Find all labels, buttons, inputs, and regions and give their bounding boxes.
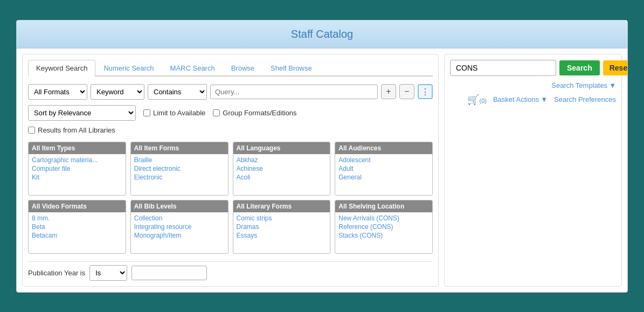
main-search-input[interactable] — [450, 60, 556, 76]
list-item[interactable]: Essays — [237, 231, 327, 240]
list-item[interactable]: Abkhaz — [237, 156, 327, 164]
libraries-row: Results from All Libraries — [28, 126, 433, 134]
all-libraries-label[interactable]: Results from All Libraries — [28, 126, 433, 134]
list-item[interactable]: Computer file — [32, 164, 122, 173]
basket-row: 🛒(0) Basket Actions ▼ Search Preferences — [467, 94, 616, 106]
limit-available-checkbox[interactable] — [143, 109, 150, 116]
list-item[interactable]: Adolescent — [338, 156, 429, 164]
filter-literary-forms: All Literary Forms Comic strips Dramas E… — [233, 200, 331, 254]
sort-row: Sort by Relevance Sort by Title Sort by … — [28, 105, 433, 121]
filter-languages-list[interactable]: Abkhaz Achinese Acoli — [233, 154, 330, 194]
filter-video-formats-list[interactable]: 8 mm. Beta Betacam — [29, 212, 126, 252]
filter-bib-levels-list[interactable]: Collection Integrating resource Monograp… — [131, 212, 228, 252]
right-panel: Search Reset Search Templates ▼ 🛒(0) Bas… — [444, 54, 622, 287]
list-item[interactable]: Kit — [32, 173, 122, 182]
list-item[interactable]: Dramas — [237, 223, 327, 231]
filter-audiences-header: All Audiences — [335, 142, 432, 154]
tab-shelf-browse[interactable]: Shelf Browse — [262, 60, 320, 77]
header-bar: Staff Catalog — [17, 20, 627, 48]
list-item[interactable]: New Arrivals (CONS) — [338, 214, 429, 223]
content-area: Keyword Search Numeric Search MARC Searc… — [17, 48, 627, 292]
filter-bib-levels: All Bib Levels Collection Integrating re… — [130, 200, 228, 254]
more-options-button[interactable]: ⋮ — [418, 84, 433, 99]
outer-wrapper: Staff Catalog Keyword Search Numeric Sea… — [11, 15, 633, 298]
tab-browse[interactable]: Browse — [223, 60, 262, 77]
right-actions: Search Templates ▼ 🛒(0) Basket Actions ▼… — [450, 81, 616, 106]
group-formats-checkbox[interactable] — [213, 109, 220, 116]
list-item[interactable]: Stacks (CONS) — [338, 231, 429, 240]
list-item[interactable]: Collection — [134, 214, 225, 223]
list-item[interactable]: Comic strips — [237, 214, 327, 223]
filter-literary-forms-header: All Literary Forms — [233, 200, 330, 212]
list-item[interactable]: Cartographic materia... — [32, 156, 122, 164]
left-panel: Keyword Search Numeric Search MARC Searc… — [22, 54, 439, 287]
filter-audiences: All Audiences Adolescent Adult General — [335, 142, 433, 196]
basket-count: (0) — [479, 98, 486, 104]
filter-item-forms-header: All Item Forms — [131, 142, 228, 154]
chevron-down-icon: ▼ — [541, 95, 548, 103]
filter-literary-forms-list[interactable]: Comic strips Dramas Essays — [233, 212, 330, 252]
search-templates-button[interactable]: Search Templates ▼ — [551, 81, 616, 89]
filter-shelving-location-header: All Shelving Location — [335, 200, 432, 212]
page-title: Staff Catalog — [291, 28, 353, 40]
list-item[interactable]: Monograph/Item — [134, 231, 225, 240]
filter-video-formats-header: All Video Formats — [29, 200, 126, 212]
filter-item-types: All Item Types Cartographic materia... C… — [28, 142, 126, 196]
filter-languages: All Languages Abkhaz Achinese Acoli — [233, 142, 331, 196]
limit-available-label[interactable]: Limit to Available — [143, 109, 205, 117]
filter-item-forms: All Item Forms Braille Direct electronic… — [130, 142, 228, 196]
filter-grid: All Item Types Cartographic materia... C… — [28, 142, 433, 254]
pub-year-label: Publication Year is — [28, 269, 85, 277]
filter-audiences-list[interactable]: Adolescent Adult General — [335, 154, 432, 194]
list-item[interactable]: Direct electronic — [134, 164, 225, 173]
pub-year-input[interactable] — [131, 266, 207, 280]
add-row-button[interactable]: + — [381, 84, 396, 99]
search-button[interactable]: Search — [559, 60, 600, 75]
filter-languages-header: All Languages — [233, 142, 330, 154]
tabs-container: Keyword Search Numeric Search MARC Searc… — [28, 60, 433, 77]
list-item[interactable]: 8 mm. — [32, 214, 122, 223]
query-input[interactable] — [210, 85, 378, 99]
chevron-down-icon: ▼ — [609, 81, 616, 89]
contains-select[interactable]: Contains Matches Does not contain Is — [148, 84, 207, 100]
format-select[interactable]: All Formats Books DVDs Music Serials — [28, 84, 87, 100]
tab-marc-search[interactable]: MARC Search — [162, 60, 223, 77]
filter-item-types-header: All Item Types — [29, 142, 126, 154]
main-container: Staff Catalog Keyword Search Numeric Sea… — [16, 20, 628, 293]
all-libraries-checkbox[interactable] — [28, 127, 35, 134]
keyword-select[interactable]: Keyword Title Author Subject Series — [91, 84, 144, 100]
pub-year-is-select[interactable]: Is Before After Between — [89, 265, 127, 281]
filter-item-types-list[interactable]: Cartographic materia... Computer file Ki… — [29, 154, 126, 194]
basket-icon: 🛒(0) — [467, 94, 486, 106]
filter-video-formats: All Video Formats 8 mm. Beta Betacam — [28, 200, 126, 254]
filter-bib-levels-header: All Bib Levels — [131, 200, 228, 212]
list-item[interactable]: Electronic — [134, 173, 225, 182]
reset-button[interactable]: Reset — [603, 60, 628, 75]
list-item[interactable]: Acoli — [237, 173, 327, 182]
basket-actions-button[interactable]: Basket Actions ▼ — [493, 95, 548, 103]
filter-shelving-location-list[interactable]: New Arrivals (CONS) Reference (CONS) Sta… — [335, 212, 432, 252]
list-item[interactable]: Reference (CONS) — [338, 223, 429, 231]
tab-numeric-search[interactable]: Numeric Search — [95, 60, 162, 77]
filter-shelving-location: All Shelving Location New Arrivals (CONS… — [335, 200, 433, 254]
sort-select[interactable]: Sort by Relevance Sort by Title Sort by … — [28, 105, 136, 121]
list-item[interactable]: Betacam — [32, 231, 122, 240]
remove-row-button[interactable]: − — [399, 84, 414, 99]
tab-keyword-search[interactable]: Keyword Search — [28, 60, 95, 77]
filter-item-forms-list[interactable]: Braille Direct electronic Electronic — [131, 154, 228, 194]
group-formats-label[interactable]: Group Formats/Editions — [213, 109, 296, 117]
list-item[interactable]: Adult — [338, 164, 429, 173]
search-row: All Formats Books DVDs Music Serials Key… — [28, 84, 433, 100]
right-search-bar: Search Reset — [450, 60, 616, 76]
list-item[interactable]: Integrating resource — [134, 223, 225, 231]
list-item[interactable]: Beta — [32, 223, 122, 231]
search-preferences-button[interactable]: Search Preferences — [554, 95, 616, 103]
list-item[interactable]: Braille — [134, 156, 225, 164]
list-item[interactable]: Achinese — [237, 164, 327, 173]
list-item[interactable]: General — [338, 173, 429, 182]
publication-year-row: Publication Year is Is Before After Betw… — [28, 261, 433, 281]
